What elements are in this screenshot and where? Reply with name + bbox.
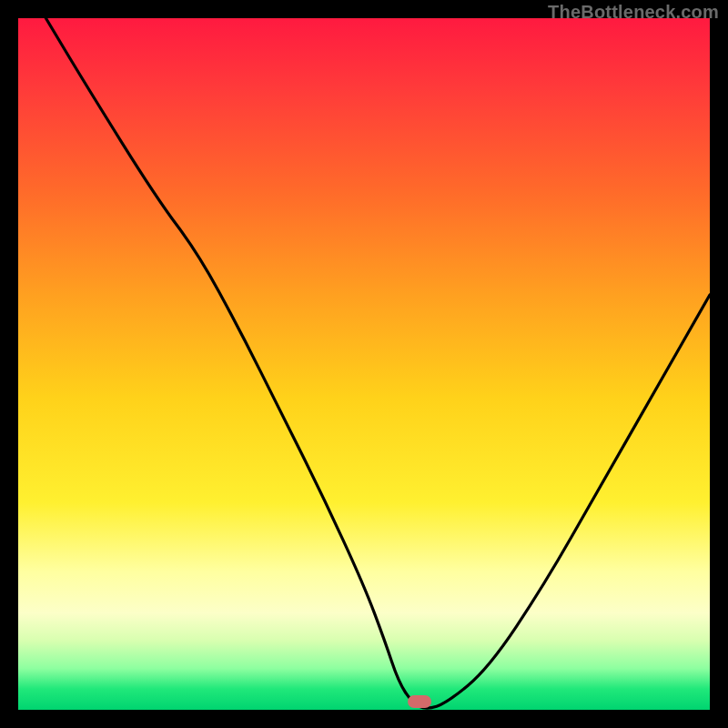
chart-frame: TheBottleneck.com	[0, 0, 728, 728]
plot-area	[18, 18, 710, 710]
optimum-marker	[408, 695, 431, 708]
curve-svg	[18, 18, 710, 710]
curve-path	[46, 18, 710, 708]
